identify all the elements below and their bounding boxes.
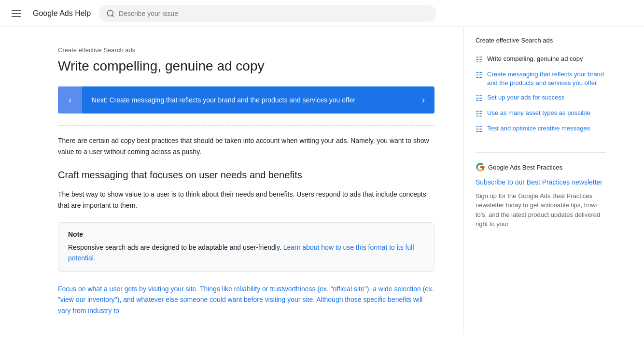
google-logo-icon — [476, 162, 485, 172]
sidebar-item-label-3: Set up your ads for success — [487, 93, 564, 102]
sidebar-item-set-up-ads[interactable]: ☷ Set up your ads for success — [476, 90, 606, 106]
page-title: Write compelling, genuine ad copy — [58, 57, 434, 75]
nav-buttons: ‹ Next: Create messaging that reflects y… — [58, 86, 434, 114]
next-arrow-icon: › — [422, 94, 425, 106]
sidebar-item-create-messaging[interactable]: ☷ Create messaging that reflects your br… — [476, 67, 606, 90]
search-bar — [98, 5, 436, 22]
sidebar-item-label-4: Use as many asset types as possible — [487, 109, 590, 117]
doc-icon-5: ☷ — [476, 125, 482, 134]
main-layout: Create effective Search ads Write compel… — [0, 27, 644, 335]
note-body-text: Responsive search ads are designed to be… — [68, 243, 281, 251]
site-logo: Google Ads Help — [33, 9, 91, 18]
widget-subscribe-text: Sign up for the Google Ads Best Practice… — [476, 191, 606, 229]
note-text: Responsive search ads are designed to be… — [68, 242, 424, 264]
sidebar: Create effective Search ads ☷ Write comp… — [463, 27, 618, 335]
doc-icon-4: ☷ — [476, 109, 482, 118]
sidebar-nav-list: ☷ Write compelling, genuine ad copy ☷ Cr… — [476, 52, 606, 137]
svg-point-0 — [107, 10, 113, 16]
header: Google Ads Help — [0, 0, 644, 27]
note-label: Note — [68, 230, 424, 238]
section-heading: Craft messaging that focuses on user nee… — [58, 169, 434, 181]
next-button[interactable]: Next: Create messaging that reflects you… — [82, 86, 434, 114]
sidebar-item-label-5: Test and optimize creative messages — [487, 124, 590, 133]
doc-icon-2: ☷ — [476, 71, 482, 80]
content-area: Create effective Search ads Write compel… — [0, 27, 463, 335]
svg-line-1 — [112, 15, 114, 16]
sidebar-item-label-1: Write compelling, genuine ad copy — [487, 55, 583, 63]
search-icon — [106, 9, 115, 18]
divider — [58, 125, 434, 126]
widget-brand: Google Ads Best Practices — [488, 164, 562, 171]
section-text: The best way to show value to a user is … — [58, 189, 434, 211]
doc-icon-3: ☷ — [476, 94, 482, 103]
best-practices-widget: Google Ads Best Practices Subscribe to o… — [476, 152, 606, 229]
sidebar-item-use-asset-types[interactable]: ☷ Use as many asset types as possible — [476, 106, 606, 121]
widget-subscribe-title[interactable]: Subscribe to our Best Practices newslett… — [476, 178, 606, 187]
widget-logo-row: Google Ads Best Practices — [476, 162, 606, 172]
doc-icon-1: ☷ — [476, 55, 482, 64]
sidebar-section-title: Create effective Search ads — [476, 37, 606, 44]
next-button-label: Next: Create messaging that reflects you… — [92, 96, 355, 105]
sidebar-item-label-2: Create messaging that reflects your bran… — [487, 70, 606, 87]
menu-icon[interactable] — [8, 6, 25, 21]
intro-text: There are certain ad copy best practices… — [58, 135, 434, 157]
prev-button[interactable]: ‹ — [58, 86, 82, 114]
breadcrumb: Create effective Search ads — [58, 46, 434, 54]
note-box: Note Responsive search ads are designed … — [58, 222, 434, 272]
search-input[interactable] — [119, 10, 429, 17]
focus-text: Focus on what a user gets by visiting yo… — [58, 284, 434, 316]
sidebar-item-test-optimize[interactable]: ☷ Test and optimize creative messages — [476, 121, 606, 137]
sidebar-item-write-compelling[interactable]: ☷ Write compelling, genuine ad copy — [476, 52, 606, 67]
